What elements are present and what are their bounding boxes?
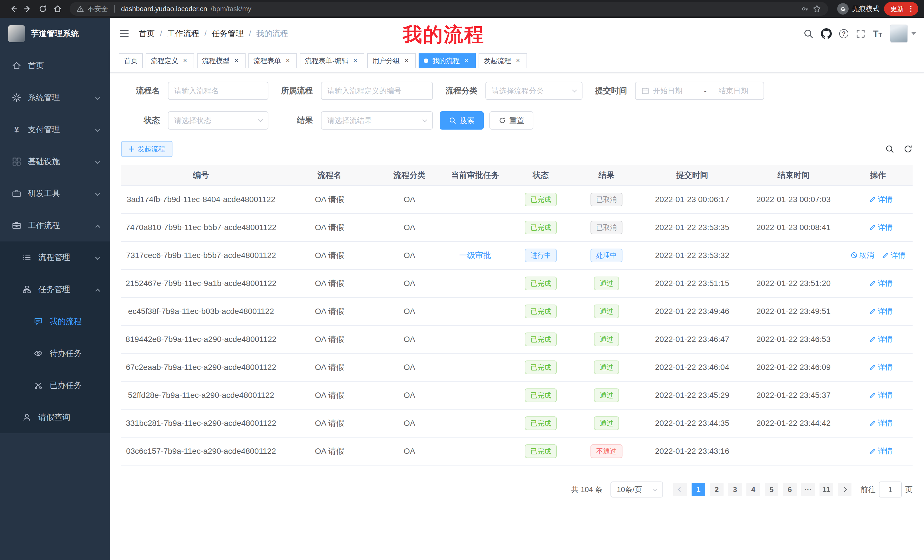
breadcrumb-item[interactable]: 工作流程	[167, 28, 212, 39]
chevron-down-icon	[258, 117, 263, 122]
detail-label: 详情	[878, 306, 892, 316]
sidebar-item-devtools[interactable]: 研发工具	[0, 178, 110, 210]
detail-link[interactable]: 详情	[882, 250, 906, 260]
detail-link[interactable]: 详情	[869, 446, 892, 456]
browser-menu-kebab-icon[interactable]	[907, 5, 915, 13]
done-check-icon	[33, 381, 44, 390]
view-tab[interactable]: 流程定义 ×	[146, 53, 194, 68]
sidebar-item-process-mgmt[interactable]: 流程管理	[0, 241, 110, 273]
app-logo: 芋道管理系统	[0, 18, 110, 49]
detail-link[interactable]: 详情	[869, 334, 892, 344]
page-number-button[interactable]: 1	[692, 483, 705, 496]
page-number-button[interactable]: 4	[746, 483, 760, 496]
tab-close-icon[interactable]: ×	[514, 57, 522, 65]
status-select[interactable]: 请选择状态	[168, 111, 268, 130]
detail-label: 详情	[878, 390, 892, 400]
result-placeholder: 请选择流结果	[327, 115, 423, 126]
reset-button[interactable]: 重置	[489, 111, 533, 130]
view-tab-label: 发起流程	[484, 56, 511, 65]
date-range-picker[interactable]: 开始日期 - 结束日期	[635, 82, 764, 100]
update-button[interactable]: 更新	[884, 2, 918, 16]
view-tab[interactable]: 首页	[119, 53, 143, 68]
goto-page-input[interactable]	[879, 482, 902, 497]
browser-reload-icon[interactable]	[35, 1, 50, 16]
view-tab[interactable]: 发起流程 ×	[478, 53, 527, 68]
refresh-table-icon[interactable]	[903, 144, 913, 154]
result-select[interactable]: 请选择流结果	[321, 111, 433, 130]
edit-pencil-icon	[869, 280, 876, 287]
search-icon[interactable]	[803, 28, 813, 39]
page-number-button[interactable]: 11	[819, 483, 833, 496]
sidebar-item-my-process[interactable]: 我的流程	[0, 305, 110, 337]
page-number-button[interactable]: 3	[728, 483, 742, 496]
page-number-button[interactable]: 2	[710, 483, 723, 496]
current-task-link[interactable]: 一级审批	[459, 250, 491, 261]
fullscreen-icon[interactable]	[856, 29, 866, 39]
sidebar-item-todo-tasks[interactable]: 待办任务	[0, 337, 110, 369]
browser-forward-icon[interactable]	[21, 1, 35, 16]
user-menu[interactable]	[890, 24, 916, 43]
view-tab[interactable]: 用户分组 ×	[367, 53, 416, 68]
detail-link[interactable]: 详情	[869, 195, 892, 204]
detail-link[interactable]: 详情	[869, 278, 892, 288]
result-badge: 已取消	[591, 193, 622, 207]
page-size-select[interactable]: 10条/页	[610, 482, 663, 497]
toggle-search-icon[interactable]	[885, 144, 894, 154]
help-icon[interactable]: ?	[839, 29, 848, 38]
view-tab-label: 首页	[124, 56, 138, 65]
detail-link[interactable]: 详情	[869, 418, 892, 428]
detail-label: 详情	[878, 418, 892, 428]
detail-link[interactable]: 详情	[869, 390, 892, 400]
tab-close-icon[interactable]: ×	[463, 57, 471, 65]
sidebar-item-task-mgmt[interactable]: 任务管理	[0, 273, 110, 305]
hamburger-icon[interactable]	[119, 28, 130, 39]
detail-link[interactable]: 详情	[869, 362, 892, 372]
key-icon[interactable]	[801, 5, 809, 13]
sidebar-item-home[interactable]: 首页	[0, 49, 110, 82]
sidebar-item-infra[interactable]: 基础设施	[0, 145, 110, 178]
view-tab[interactable]: 流程表单-编辑 ×	[300, 53, 364, 68]
process-name: OA 请假	[315, 279, 344, 288]
breadcrumb-item[interactable]: 首页	[139, 28, 167, 39]
sidebar-item-workflow[interactable]: 工作流程	[0, 210, 110, 241]
bookmark-star-icon[interactable]	[813, 4, 821, 13]
detail-link[interactable]: 详情	[869, 306, 892, 316]
breadcrumb-item[interactable]: 任务管理	[212, 28, 256, 39]
create-process-button[interactable]: 发起流程	[121, 141, 172, 157]
process-name-input[interactable]	[168, 82, 268, 100]
warning-icon	[76, 5, 84, 13]
edit-pencil-icon	[869, 364, 876, 370]
sidebar-item-leave-query[interactable]: 请假查询	[0, 401, 110, 433]
avatar[interactable]	[890, 24, 908, 43]
tab-close-icon[interactable]: ×	[232, 57, 240, 65]
github-icon[interactable]	[821, 28, 832, 39]
page-number-button[interactable]: 6	[783, 483, 796, 496]
tab-close-icon[interactable]: ×	[284, 57, 292, 65]
search-button[interactable]: 搜索	[440, 111, 484, 130]
next-page-button[interactable]	[838, 483, 852, 496]
tab-close-icon[interactable]: ×	[403, 57, 411, 65]
submit-time: 2022-01-22 23:46:47	[655, 335, 729, 344]
process-name: OA 请假	[315, 223, 344, 232]
category-select[interactable]: 请选择流程分类	[485, 82, 582, 100]
view-tab-label: 流程模型	[202, 56, 230, 65]
process-def-input[interactable]	[321, 82, 433, 100]
page-number-button[interactable]: 5	[765, 483, 778, 496]
tab-close-icon[interactable]: ×	[351, 57, 359, 65]
sidebar-item-done-tasks[interactable]: 已办任务	[0, 369, 110, 401]
sidebar-item-system[interactable]: 系统管理	[0, 82, 110, 114]
tab-close-icon[interactable]: ×	[181, 57, 189, 65]
font-size-icon[interactable]: TT	[873, 29, 882, 38]
view-tab[interactable]: 流程表单 ×	[248, 53, 297, 68]
view-tab[interactable]: 我的流程 ×	[418, 53, 476, 68]
browser-home-icon[interactable]	[50, 1, 65, 16]
page-number-button[interactable]: ···	[801, 483, 815, 496]
sidebar-item-payment[interactable]: ¥ 支付管理	[0, 114, 110, 145]
browser-back-icon[interactable]	[6, 1, 21, 16]
sidebar-item-label: 研发工具	[28, 188, 60, 199]
cancel-link[interactable]: 取消	[850, 250, 874, 260]
view-tab[interactable]: 流程模型 ×	[197, 53, 246, 68]
detail-link[interactable]: 详情	[869, 222, 892, 232]
address-bar[interactable]: 不安全 dashboard.yudao.iocoder.cn/bpm/task/…	[70, 2, 828, 16]
prev-page-button[interactable]	[673, 483, 687, 496]
